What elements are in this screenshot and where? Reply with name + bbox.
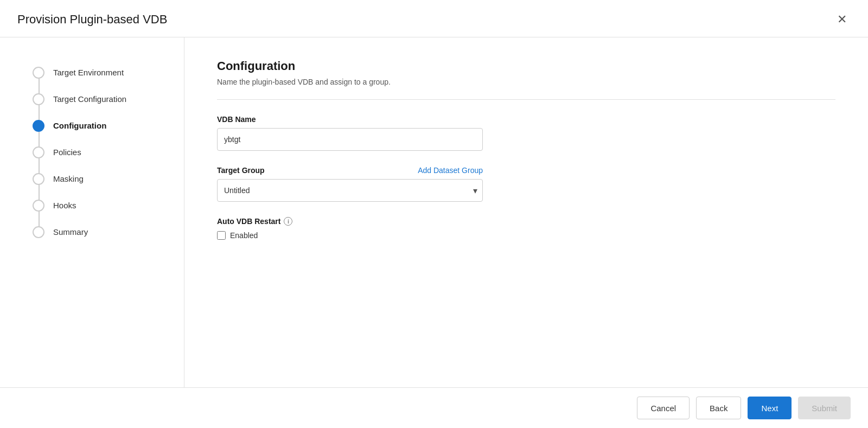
sidebar-item-target-environment[interactable]: Target Environment <box>33 59 184 86</box>
vdb-name-input[interactable] <box>217 128 483 151</box>
info-icon[interactable]: i <box>284 217 292 226</box>
sidebar-item-configuration[interactable]: Configuration <box>33 112 184 139</box>
step-label-target-configuration: Target Configuration <box>53 86 126 112</box>
dialog-body: Target Environment Target Configuration … <box>0 37 868 387</box>
step-label-hooks: Hooks <box>53 192 76 219</box>
main-content: Configuration Name the plugin-based VDB … <box>184 37 868 387</box>
submit-button: Submit <box>798 397 851 419</box>
step-dot-summary <box>33 226 44 238</box>
close-button[interactable]: ✕ <box>833 11 851 28</box>
auto-restart-label-row: Auto VDB Restart i <box>217 217 835 226</box>
step-label-masking: Masking <box>53 165 84 192</box>
enabled-checkbox[interactable] <box>217 231 226 240</box>
add-dataset-group-button[interactable]: Add Dataset Group <box>418 166 483 175</box>
sidebar-item-target-configuration[interactable]: Target Configuration <box>33 86 184 112</box>
sidebar-item-masking[interactable]: Masking <box>33 165 184 192</box>
auto-restart-label-text: Auto VDB Restart <box>217 217 280 226</box>
step-dot-hooks <box>33 200 44 212</box>
sidebar-item-hooks[interactable]: Hooks <box>33 192 184 219</box>
vdb-name-field-group: VDB Name <box>217 115 835 151</box>
step-dot-target-environment <box>33 67 44 79</box>
step-dot-masking <box>33 173 44 185</box>
step-dot-policies <box>33 146 44 158</box>
back-button[interactable]: Back <box>696 397 741 419</box>
target-group-header: Target Group Add Dataset Group <box>217 166 483 175</box>
step-label-configuration: Configuration <box>53 112 106 139</box>
target-group-select[interactable]: Untitled <box>217 179 483 202</box>
step-dot-target-configuration <box>33 93 44 105</box>
step-dot-configuration <box>33 120 44 132</box>
dialog-header: Provision Plugin-based VDB ✕ <box>0 0 868 37</box>
dialog-title: Provision Plugin-based VDB <box>17 12 167 27</box>
enabled-label: Enabled <box>230 231 258 240</box>
step-label-summary: Summary <box>53 219 88 245</box>
divider <box>217 99 835 100</box>
section-title: Configuration <box>217 59 835 73</box>
next-button[interactable]: Next <box>748 397 792 419</box>
dialog-footer: Cancel Back Next Submit <box>0 387 868 428</box>
cancel-button[interactable]: Cancel <box>637 397 690 419</box>
step-label-policies: Policies <box>53 139 81 165</box>
auto-vdb-restart-section: Auto VDB Restart i Enabled <box>217 217 835 240</box>
vdb-name-label: VDB Name <box>217 115 835 124</box>
step-list: Target Environment Target Configuration … <box>0 59 184 245</box>
sidebar-item-summary[interactable]: Summary <box>33 219 184 245</box>
close-icon: ✕ <box>837 12 847 27</box>
provision-dialog: Provision Plugin-based VDB ✕ Target Envi… <box>0 0 868 428</box>
target-group-label: Target Group <box>217 166 265 175</box>
target-group-select-wrapper: Untitled ▾ <box>217 179 483 202</box>
enabled-checkbox-row: Enabled <box>217 231 835 240</box>
section-description: Name the plugin-based VDB and assign to … <box>217 78 835 86</box>
step-label-target-environment: Target Environment <box>53 59 124 86</box>
target-group-field-group: Target Group Add Dataset Group Untitled … <box>217 166 835 202</box>
sidebar: Target Environment Target Configuration … <box>0 37 184 387</box>
sidebar-item-policies[interactable]: Policies <box>33 139 184 165</box>
